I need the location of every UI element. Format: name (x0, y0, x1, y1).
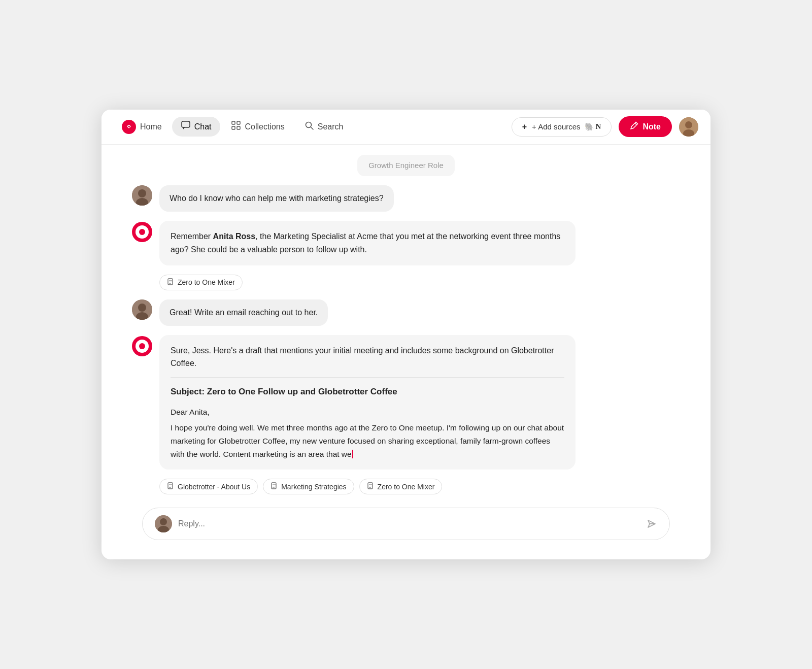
search-label: Search (318, 122, 344, 131)
chat-label: Chat (194, 122, 212, 131)
nav-bar: Home Chat Collections (101, 110, 710, 145)
source-tag-label-1: Zero to One Mixer (178, 278, 235, 286)
send-button[interactable] (646, 518, 657, 529)
input-user-avatar (155, 515, 172, 532)
add-sources-button[interactable]: + + Add sources 🐘 N (512, 117, 612, 137)
user-bubble-2: Great! Write an email reaching out to he… (159, 299, 328, 326)
source-tag-label-4: Zero to One Mixer (378, 483, 435, 491)
add-sources-icons: 🐘 N (585, 122, 601, 131)
edit-icon (630, 121, 638, 132)
svg-line-9 (635, 123, 637, 125)
truncated-message: Growth Engineer Role (357, 155, 455, 177)
home-label: Home (140, 122, 162, 131)
user-message-row-2: Great! Write an email reaching out to he… (132, 299, 680, 326)
truncated-row: Growth Engineer Role (132, 155, 680, 177)
user-message-row-1: Who do I know who can help me with marke… (132, 185, 680, 212)
collections-label: Collections (245, 122, 284, 131)
ai-message-row-1: Remember Anita Ross, the Marketing Speci… (132, 221, 680, 265)
svg-point-11 (685, 121, 692, 128)
svg-point-1 (128, 126, 130, 128)
search-icon (305, 121, 314, 132)
user-avatar-2 (132, 299, 152, 320)
email-greeting: Dear Anita, (171, 406, 564, 419)
source-tags-row-1: Zero to One Mixer (132, 275, 680, 290)
chat-icon (181, 121, 190, 132)
doc-icon-2 (167, 482, 174, 491)
chat-nav-item[interactable]: Chat (172, 117, 221, 137)
source-tag-globetrotter[interactable]: Globetrotter - About Us (159, 479, 258, 494)
svg-point-14 (138, 189, 146, 197)
ai-message-bold: Anita Ross (213, 232, 256, 241)
text-cursor (352, 450, 353, 458)
notion-icon: N (596, 122, 601, 131)
ai-message-row-2: Sure, Jess. Here's a draft that mentions… (132, 335, 680, 470)
email-subject: Subject: Zero to One Follow up and Globe… (171, 385, 564, 398)
svg-line-8 (311, 127, 313, 129)
input-bar-wrapper (101, 499, 710, 559)
add-sources-label: + Add sources (532, 122, 580, 131)
svg-rect-3 (232, 121, 235, 124)
user-bubble-1: Who do I know who can help me with marke… (159, 185, 394, 212)
app-window: Home Chat Collections (101, 110, 710, 559)
input-bar (142, 508, 670, 540)
collections-nav-item[interactable]: Collections (222, 117, 293, 137)
svg-point-36 (160, 518, 167, 525)
email-paragraph: I hope you're doing well. We met three m… (171, 421, 564, 460)
elephant-icon: 🐘 (585, 122, 594, 131)
search-nav-item[interactable]: Search (296, 117, 353, 137)
svg-rect-4 (237, 121, 240, 124)
svg-rect-2 (182, 121, 190, 127)
svg-rect-5 (232, 126, 235, 129)
home-logo (122, 120, 136, 134)
source-tags-row-2: Globetrotter - About Us Marketing Strate… (132, 479, 680, 494)
ai-bubble-2: Sure, Jess. Here's a draft that mentions… (159, 335, 576, 470)
doc-icon-4 (367, 482, 374, 491)
source-tag-marketing[interactable]: Marketing Strategies (263, 479, 354, 494)
note-label: Note (642, 122, 661, 131)
plus-icon: + (522, 122, 527, 131)
source-tag-zero-to-one-2[interactable]: Zero to One Mixer (359, 479, 443, 494)
email-divider (171, 377, 564, 378)
ai-avatar-1 (132, 222, 152, 242)
reply-input[interactable] (178, 519, 640, 528)
email-body: Dear Anita, I hope you're doing well. We… (171, 406, 564, 460)
email-text: I hope you're doing well. We met three m… (171, 423, 564, 458)
svg-point-21 (138, 304, 146, 312)
collections-icon (231, 121, 241, 132)
note-button[interactable]: Note (619, 116, 672, 137)
doc-icon-3 (270, 482, 278, 491)
source-tag-label-3: Marketing Strategies (281, 483, 346, 491)
ai-intro: Sure, Jess. Here's a draft that mentions… (171, 344, 564, 370)
user-avatar-1 (132, 185, 152, 206)
ai-avatar-2 (132, 336, 152, 356)
ai-bubble-1: Remember Anita Ross, the Marketing Speci… (159, 221, 576, 265)
source-tag-zero-to-one-1[interactable]: Zero to One Mixer (159, 275, 243, 290)
doc-icon-1 (167, 278, 174, 287)
svg-rect-6 (237, 126, 240, 129)
user-avatar[interactable] (679, 117, 698, 137)
source-tag-label-2: Globetrotter - About Us (178, 483, 250, 491)
home-nav-item[interactable]: Home (114, 116, 170, 138)
ai-message-prefix: Remember (171, 232, 213, 241)
chat-area: Growth Engineer Role Who do I know who c… (101, 145, 710, 499)
